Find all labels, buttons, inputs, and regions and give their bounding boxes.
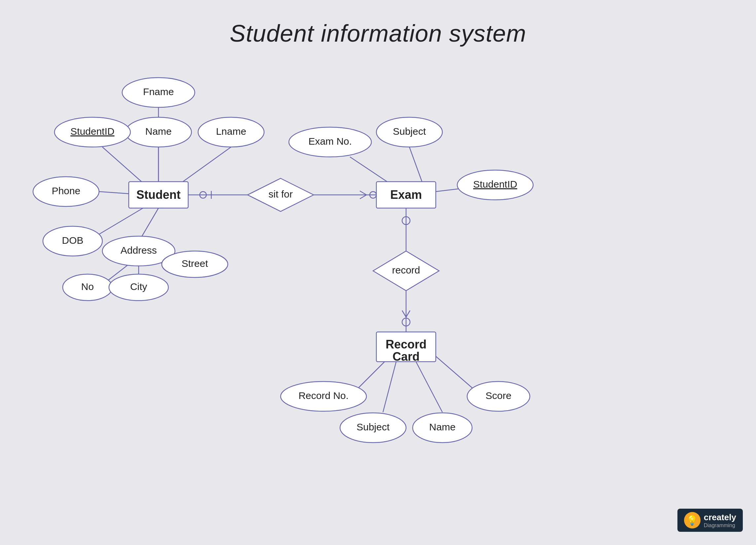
line-exam-subject [409,147,423,183]
line-rc-subject [383,362,396,412]
attr-subject-rc-label: Subject [357,422,390,432]
diagram-container: Student information system [0,0,756,545]
attr-name-label: Name [145,126,172,137]
attr-street-label: Street [182,258,208,269]
entity-record-card-label: Record [386,338,427,351]
attr-name-rc-label: Name [429,422,456,432]
line-rc-name [416,362,442,412]
attr-exam-no-label: Exam No. [308,136,352,147]
rel-sit-for-label: sit for [268,188,292,199]
line-student-lname [178,147,231,185]
creately-logo: 💡 creately Diagramming [677,509,743,532]
attr-lname-label: Lname [216,126,246,137]
attr-fname-label: Fname [143,86,174,97]
line-student-sid [102,147,145,185]
line-student-address [142,208,158,236]
attr-phone-label: Phone [52,185,81,196]
line-exam-examno [350,157,390,183]
rel-record-label: record [392,264,420,276]
attr-no-label: No [81,281,94,292]
logo-brand: creately [704,512,736,523]
attr-subject-exam-label: Subject [393,126,426,137]
attr-address-label: Address [120,245,157,255]
er-diagram: sit for record Student Exam Record Card … [0,0,756,545]
entity-record-card-label2: Card [393,350,420,363]
attr-student-id-label: StudentID [70,126,114,137]
attr-student-id2-label: StudentID [473,179,517,189]
logo-text-container: creately Diagramming [704,512,736,528]
entity-student-label: Student [136,188,181,201]
logo-sub: Diagramming [704,523,736,528]
attr-score-label: Score [486,390,511,401]
attr-city-label: City [130,281,147,292]
logo-icon: 💡 [684,512,701,528]
attr-dob-label: DOB [62,235,83,246]
attr-record-no-label: Record No. [298,390,349,401]
entity-exam-label: Exam [390,188,422,201]
